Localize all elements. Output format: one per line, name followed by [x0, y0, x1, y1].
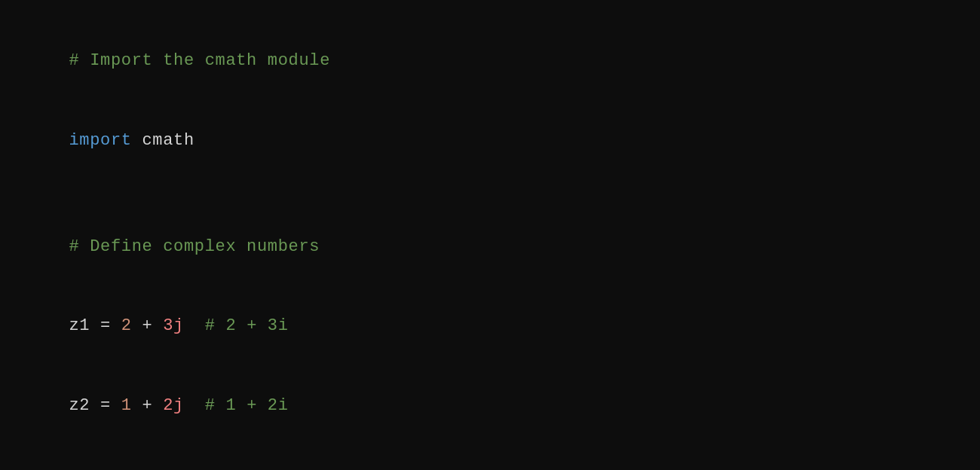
line-comment-define: # Define complex numbers	[27, 206, 953, 286]
comment-z2: # 1 + 2i	[184, 396, 289, 415]
blank-1	[27, 180, 953, 206]
comment-z1: # 2 + 3i	[184, 316, 289, 335]
imag-2j: 2j	[163, 396, 184, 415]
blank-2	[27, 445, 953, 470]
plus-1: +	[132, 316, 164, 335]
comment-define-text: # Define complex numbers	[69, 237, 320, 256]
num-1: 1	[121, 396, 132, 415]
line-z1: z1 = 2 + 3j # 2 + 3i	[27, 286, 953, 366]
module-cmath: cmath	[132, 131, 194, 150]
num-2: 2	[121, 316, 132, 335]
line-import: import cmath	[27, 101, 953, 181]
line-z2: z2 = 1 + 2j # 1 + 2i	[27, 365, 953, 445]
comment-import-text: # Import the cmath module	[69, 51, 330, 70]
code-editor: # Import the cmath module import cmath #…	[0, 0, 980, 470]
var-z2: z2 =	[69, 396, 121, 415]
keyword-import: import	[69, 131, 131, 150]
line-comment-import: # Import the cmath module	[27, 21, 953, 101]
imag-3j: 3j	[163, 316, 184, 335]
plus-2: +	[132, 396, 164, 415]
var-z1: z1 =	[69, 316, 121, 335]
